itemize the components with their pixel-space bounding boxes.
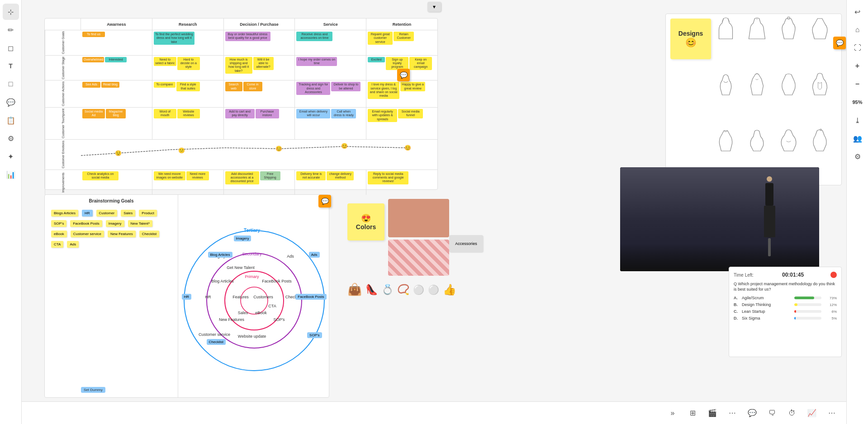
sticky-note[interactable]: Receive dress and accessories on time [296, 32, 332, 41]
sticky-note[interactable]: Add discounted accessories at a discount… [225, 171, 259, 184]
brainstorm-item[interactable]: SOP's [51, 220, 66, 227]
video-button[interactable]: 🎬 [705, 406, 720, 420]
accessories-badge[interactable]: Accessories [449, 235, 483, 252]
sticky-note[interactable]: Email when delivery will occur [296, 109, 330, 118]
sticky-note[interactable]: Need more reviews [186, 171, 209, 181]
sticky-note[interactable]: Email regularly with updates & spreads [368, 109, 397, 122]
designs-sticky-note[interactable]: Designs 😊 [670, 19, 711, 59]
sticky-note[interactable]: How much is shipping and how long will i… [225, 57, 252, 74]
sticky-note[interactable]: Free Shipping [260, 171, 280, 181]
comment-bubble-brainstorm[interactable]: 💬 [318, 195, 331, 207]
timer-button[interactable]: ⏱ [785, 406, 799, 420]
zoom-out-button[interactable]: − [849, 76, 866, 92]
view-dropdown-button[interactable]: ▾ [427, 2, 441, 12]
sticky-note[interactable]: Will it be able to alternate? [253, 57, 274, 70]
sticky-note[interactable]: To compare [154, 82, 175, 87]
brainstorm-item[interactable]: Customer [96, 210, 118, 217]
brainstorm-item[interactable]: HR [82, 210, 93, 217]
eraser-tool-button[interactable]: ◻ [3, 40, 19, 56]
sticky-note[interactable]: We need moore images on website [154, 171, 185, 181]
brainstorm-item[interactable]: New Talent* [128, 220, 153, 227]
brainstorm-item[interactable]: Imagery [106, 220, 124, 227]
video-panel[interactable] [620, 167, 819, 271]
brainstorm-item[interactable]: CTA [51, 241, 63, 248]
sticky-note[interactable]: To find the perfect wedding dress and ho… [154, 32, 194, 45]
sticky-note[interactable]: I hope my order comes on time [296, 57, 337, 66]
sticky-note[interactable]: Buy or order beautiful stress best quali… [225, 32, 270, 41]
pen-tool-button[interactable]: ✏ [3, 22, 19, 38]
gear-button[interactable]: ⚙ [849, 148, 866, 165]
sticky-note[interactable]: Sign up loyalty program [386, 57, 408, 70]
sticky-note[interactable]: Keep on email campaign [409, 57, 432, 70]
sticky-note[interactable]: Retain Customer [394, 32, 414, 41]
sticky-note[interactable]: Excited [368, 57, 385, 62]
comment-bubble-1[interactable]: 💬 [397, 69, 410, 81]
connections-button[interactable]: ⋯ [725, 406, 740, 420]
circle-label-hr[interactable]: HR [182, 294, 192, 300]
sticky-note[interactable]: Hard to decide on a style [177, 57, 200, 70]
share-button[interactable]: 👥 [849, 130, 866, 146]
sticky-note[interactable]: Purchase instore [256, 109, 279, 118]
sticky-note[interactable]: Word of mouth [154, 109, 176, 118]
brainstorm-item[interactable]: Customer service [71, 231, 104, 237]
record-button[interactable] [830, 272, 837, 278]
sticky-note[interactable]: Repaint great customer service [368, 32, 393, 45]
brainstorm-item[interactable]: FaceBook Posts [70, 220, 102, 227]
sticky-note[interactable]: Come in store [243, 82, 262, 91]
comment-bubble-designs[interactable]: 💬 [833, 37, 846, 49]
bubble-button[interactable]: 🗨 [765, 406, 779, 420]
zoom-in-button[interactable]: + [849, 58, 866, 74]
cursor-tool-button[interactable]: ✦ [3, 148, 19, 165]
sticky-note[interactable]: change delivery method [327, 171, 354, 181]
sticky-note[interactable]: Search web [225, 82, 242, 91]
brainstorm-item[interactable]: Blogs Articles [51, 210, 78, 217]
comment-tool-button[interactable]: 💬 [3, 94, 19, 110]
circle-label-imagery[interactable]: Imagery [234, 236, 251, 241]
circle-label-facebook[interactable]: FaceBook Posts [295, 294, 326, 300]
sticky-note[interactable]: Check analytics on social media [82, 171, 119, 181]
grid-button[interactable]: ⊞ [685, 406, 700, 420]
sticky-note[interactable]: Social media Ad [82, 109, 105, 118]
sticky-note[interactable]: Call when dress is ready [331, 109, 356, 118]
sticky-note[interactable]: Delivery time is not accurate [296, 171, 326, 181]
brainstorm-item[interactable]: eBook [51, 231, 67, 237]
text-tool-button[interactable]: T [3, 58, 19, 74]
sticky-note[interactable]: Need to select a fabric [154, 57, 176, 66]
circle-label-checklist[interactable]: Checklist [207, 339, 226, 345]
chart-button[interactable]: 📈 [805, 406, 819, 420]
brainstorm-item[interactable]: New Features [108, 231, 136, 237]
brainstorm-item[interactable]: Ads [67, 241, 79, 248]
home-button[interactable]: ⌂ [849, 22, 866, 38]
sticky-note[interactable]: To find us [82, 32, 105, 37]
shape-tool-button[interactable]: □ [3, 76, 19, 92]
sticky-note[interactable]: Add to cart and pay directly [225, 109, 255, 118]
fullscreen-button[interactable]: ⛶ [849, 40, 866, 56]
sticky-note[interactable]: Deliver to shop to be altered [331, 82, 360, 91]
colors-sticky[interactable]: 😍 Colors [347, 203, 384, 240]
circle-label-ads[interactable]: Ads [309, 252, 320, 258]
sticky-note[interactable]: Interested [105, 57, 127, 62]
sticky-note[interactable]: Website reviews [177, 109, 200, 118]
sticky-note[interactable]: See Ads [82, 82, 100, 87]
brainstorm-item[interactable]: Sales [121, 210, 135, 217]
settings-tool-button[interactable]: ⚙ [3, 130, 19, 146]
brainstorm-item[interactable]: Product [139, 210, 157, 217]
select-tool-button[interactable]: ⊹ [3, 4, 19, 20]
sticky-note[interactable]: I love my dress & service given, I log a… [368, 82, 399, 99]
sticky-tool-button[interactable]: 📋 [3, 112, 19, 128]
chart-tool-button[interactable]: 📊 [3, 166, 19, 183]
sticky-note[interactable]: Read blog [101, 82, 119, 87]
brainstorm-item[interactable]: Checklist [139, 231, 159, 237]
circle-label-blog[interactable]: Blog Articles [208, 252, 232, 258]
sticky-note[interactable]: Happy to give a great review [400, 82, 425, 91]
sticky-note[interactable]: Overwhelmed [82, 57, 104, 62]
circle-label-sops[interactable]: SOP's [307, 332, 322, 338]
chat-button[interactable]: 💬 [745, 406, 759, 420]
more-button[interactable]: ⋯ [825, 406, 839, 420]
sticky-note[interactable]: Magazine blog [106, 109, 126, 118]
download-button[interactable]: ⤓ [849, 112, 866, 128]
sticky-note[interactable]: Reply to social media comments and googl… [368, 171, 408, 184]
sticky-note[interactable]: Social media funnel [398, 109, 423, 118]
undo-button[interactable]: ↩ [849, 4, 866, 20]
next-button[interactable]: » [665, 406, 680, 420]
